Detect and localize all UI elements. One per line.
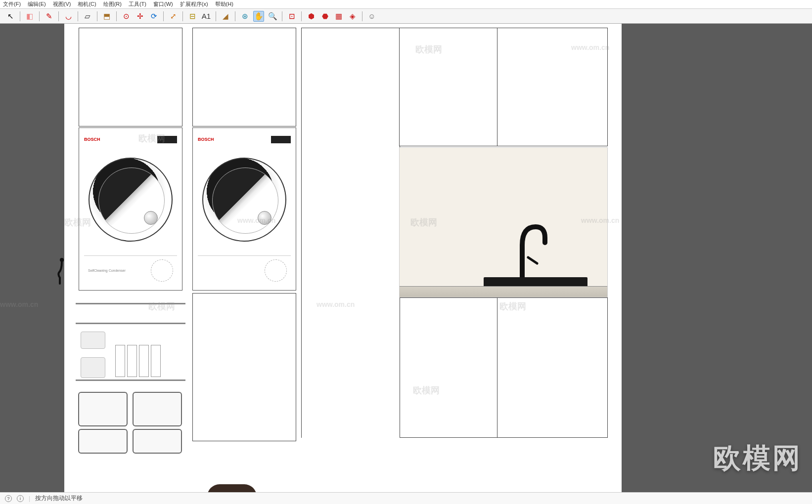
status-hint: 按方向拖动以平移 xyxy=(35,494,83,503)
bottle-icon xyxy=(139,345,149,377)
watermark-logo: 欧模网 xyxy=(713,440,802,477)
warehouse-1-tool[interactable]: ⬢ xyxy=(306,11,316,22)
robot-vacuum-icon xyxy=(207,484,257,492)
cabinet-group: BOSCH SelfCleaning Condenser BOSCH xyxy=(69,24,622,492)
select-arrow-tool[interactable]: ↖ xyxy=(5,11,16,22)
scale-tool[interactable]: ⤢ xyxy=(168,11,179,22)
status-help-icon[interactable]: ? xyxy=(5,495,12,502)
appliance-control-panel: BOSCH xyxy=(198,132,291,147)
bottle-icon xyxy=(115,345,125,377)
dryer-drum-icon xyxy=(212,168,278,234)
appliance-bottom-panel xyxy=(198,255,291,285)
orbit-tool[interactable]: ⊛ xyxy=(239,11,250,22)
dial-icon xyxy=(151,259,173,282)
door-handle-knob-icon xyxy=(144,211,158,225)
menu-edit[interactable]: 编辑(E) xyxy=(28,0,46,8)
dryer-door-icon xyxy=(202,158,286,242)
push-pull-tool[interactable]: ⬒ xyxy=(101,11,112,22)
dial-icon xyxy=(265,259,287,282)
faucet-icon xyxy=(513,218,548,282)
rectangle-tool[interactable]: ▱ xyxy=(82,11,93,22)
menu-help[interactable]: 帮助(H) xyxy=(215,0,233,8)
basket-icon xyxy=(78,429,128,454)
door-handle-knob-icon xyxy=(258,211,271,225)
cabinet-lower-3 xyxy=(399,297,498,438)
bottle-icon xyxy=(151,345,161,377)
menu-tools[interactable]: 工具(T) xyxy=(129,0,146,8)
zoom-extents-tool[interactable]: ⊡ xyxy=(286,11,297,22)
pan-tool[interactable]: ✋ xyxy=(253,11,264,22)
display-icon xyxy=(157,136,177,143)
rotate-tool[interactable]: ⟳ xyxy=(148,11,159,22)
bottom-label: SelfCleaning Condenser xyxy=(88,269,126,272)
bottle-group xyxy=(115,345,161,377)
model-viewport[interactable]: BOSCH SelfCleaning Condenser BOSCH xyxy=(0,24,812,492)
countertop-surface xyxy=(400,286,607,297)
offset-tool[interactable]: ⊙ xyxy=(121,11,132,22)
sink-countertop-area xyxy=(399,147,608,297)
wall-left xyxy=(0,24,64,492)
text-tool[interactable]: A1 xyxy=(201,11,212,22)
move-tool[interactable]: ✢ xyxy=(135,11,145,22)
wall-right xyxy=(622,24,812,492)
display-icon xyxy=(271,136,291,143)
tape-measure-tool[interactable]: ⊟ xyxy=(187,11,198,22)
shelf-line xyxy=(76,379,185,381)
brand-label: BOSCH xyxy=(198,137,214,142)
bottle-icon xyxy=(127,345,137,377)
jar-icon xyxy=(81,357,105,378)
washer-drum-icon xyxy=(98,168,165,234)
menu-draw[interactable]: 绘图(R) xyxy=(103,0,122,8)
cabinet-upper-2 xyxy=(192,28,296,126)
basket-icon xyxy=(78,392,128,426)
open-shelf-area xyxy=(76,293,185,446)
menu-view[interactable]: 视图(V) xyxy=(53,0,71,8)
menu-bar: 文件(F) 编辑(E) 视图(V) 相机(C) 绘图(R) 工具(T) 窗口(W… xyxy=(0,0,812,9)
door-handle-icon xyxy=(57,256,64,286)
menu-camera[interactable]: 相机(C) xyxy=(78,0,96,8)
eraser-tool[interactable]: ◧ xyxy=(24,11,35,22)
user-tool[interactable]: ☺ xyxy=(366,11,377,22)
washer-door-icon xyxy=(89,158,173,242)
appliance-control-panel: BOSCH xyxy=(84,132,177,147)
arc-tool[interactable]: ◡ xyxy=(63,11,74,22)
status-bar: ? i | 按方向拖动以平移 xyxy=(0,492,812,504)
washing-machine-1: BOSCH SelfCleaning Condenser xyxy=(79,127,182,291)
menu-file[interactable]: 文件(F) xyxy=(3,0,21,8)
jar-icon xyxy=(81,332,105,349)
brand-label: BOSCH xyxy=(84,137,100,142)
main-toolbar: ↖◧✎◡▱⬒⊙✢⟳⤢⊟A1◢⊛✋🔍⊡⬢⬣▦◈☺ xyxy=(0,9,812,24)
warehouse-3-tool[interactable]: ▦ xyxy=(333,11,344,22)
paint-bucket-tool[interactable]: ◢ xyxy=(220,11,231,22)
cabinet-lower-4 xyxy=(497,297,608,438)
cabinet-upper-5 xyxy=(497,28,608,146)
shelf-line xyxy=(76,323,185,324)
cabinet-upper-1 xyxy=(79,28,182,126)
cabinet-upper-4 xyxy=(399,28,498,146)
shelf-line xyxy=(76,303,185,304)
warehouse-2-tool[interactable]: ⬣ xyxy=(319,11,330,22)
basket-icon xyxy=(133,429,182,454)
cabinet-lower-mid xyxy=(301,293,400,438)
status-info-icon[interactable]: i xyxy=(17,495,24,502)
appliance-bottom-panel: SelfCleaning Condenser xyxy=(84,255,177,285)
ruby-tool[interactable]: ◈ xyxy=(347,11,358,22)
pencil-tool[interactable]: ✎ xyxy=(44,11,54,22)
menu-extensions[interactable]: 扩展程序(x) xyxy=(180,0,208,8)
washing-machine-2: BOSCH xyxy=(192,127,296,291)
zoom-tool[interactable]: 🔍 xyxy=(267,11,278,22)
basket-icon xyxy=(133,392,182,426)
menu-window[interactable]: 窗口(W) xyxy=(153,0,173,8)
cabinet-lower-tall xyxy=(192,293,296,441)
